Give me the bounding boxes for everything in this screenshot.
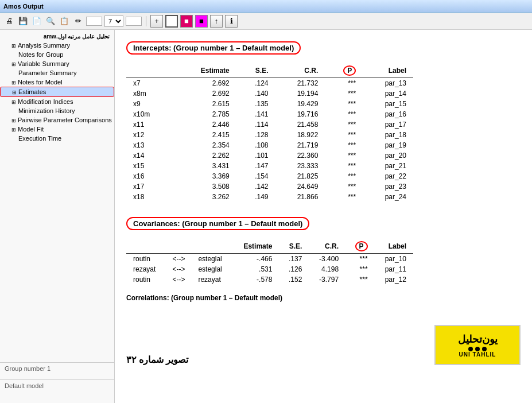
cell-estimate: 2.354 — [176, 140, 236, 150]
cell-estimate: 3.369 — [176, 171, 236, 181]
cell-arrow: <--> — [166, 274, 192, 285]
cell-estimate: 2.262 — [176, 150, 236, 161]
toolbar-icon-4[interactable]: 🔍 — [45, 16, 56, 27]
logo-dot-3 — [482, 347, 487, 351]
table-row: x7 2.692 .124 21.732 *** par_13 — [126, 78, 413, 89]
covariances-header: Covariances: (Group number 1 – Default m… — [126, 217, 309, 230]
cell-cr: 22.360 — [275, 150, 325, 161]
cell-estimate: 3.508 — [176, 181, 236, 192]
cell-p: *** — [325, 140, 363, 150]
cell-cr: 21.458 — [275, 119, 325, 130]
cov-col-from — [126, 239, 166, 254]
table-row: routin <--> rezayat -.578 .152 -3.797 **… — [126, 274, 413, 285]
cell-se: .149 — [236, 192, 275, 202]
cell-arrow: <--> — [166, 254, 192, 265]
table-row: x13 2.354 .108 21.719 *** par_19 — [126, 140, 413, 150]
table-row: x12 2.415 .128 18.922 *** par_18 — [126, 130, 413, 140]
intercepts-table: Estimate S.E. C.R. P Label x7 2.692 .124… — [126, 64, 413, 202]
cell-from: routin — [126, 274, 166, 285]
intercepts-header: Intercepts: (Group number 1 – Default mo… — [126, 41, 301, 55]
toolbar-icon-2[interactable]: 💾 — [17, 16, 29, 27]
cell-se: .147 — [236, 161, 275, 171]
cell-se: .135 — [236, 99, 275, 109]
tree-item-minimization-history[interactable]: Minimization History — [0, 106, 114, 115]
cell-label: par_19 — [363, 140, 413, 150]
cell-estimate: 3.431 — [176, 161, 236, 171]
tree-item-estimates[interactable]: ⊞Estimates — [0, 87, 114, 97]
toolbar-icon-3[interactable]: 📄 — [31, 16, 42, 27]
cell-p: *** — [325, 109, 363, 119]
cell-p: *** — [325, 192, 363, 202]
cell-label: par_12 — [375, 274, 413, 285]
cell-to: rezayat — [191, 274, 232, 285]
cell-cr: 21.732 — [275, 78, 325, 89]
toolbar-select1[interactable]: 7 — [104, 16, 123, 27]
table-row: x9 2.615 .135 19.429 *** par_15 — [126, 99, 413, 109]
title-bar: Amos Output — [0, 0, 532, 13]
logo-dot-2 — [475, 347, 480, 351]
toolbar-btn-rect1[interactable] — [165, 15, 178, 28]
cell-to: esteglal — [191, 254, 232, 265]
cell-estimate: 2.415 — [176, 130, 236, 140]
toolbar-num1[interactable]: 3 — [86, 17, 102, 26]
toolbar-btn-rect2[interactable]: ■ — [180, 15, 193, 28]
cell-name: x11 — [126, 119, 176, 130]
bottom-area: تصویر شماره ۳۲ یون‌تحلیل UNI TAHLIL — [126, 325, 521, 371]
cell-se: .142 — [236, 181, 275, 192]
cell-name: x12 — [126, 130, 176, 140]
tree-item-notes-for-model[interactable]: ⊞Notes for Model — [0, 78, 114, 87]
tree-item-modification-indices[interactable]: ⊞Modification Indices — [0, 97, 114, 106]
col-cr: C.R. — [275, 64, 325, 78]
cell-cr: 19.429 — [275, 99, 325, 109]
cell-estimate: 2.692 — [176, 88, 236, 99]
cell-se: .126 — [279, 264, 309, 274]
cell-estimate: .531 — [232, 264, 279, 274]
cell-p: *** — [325, 150, 363, 161]
tree-item-notes-for-group[interactable]: Notes for Group — [0, 50, 114, 59]
tree-item-parameter-summary[interactable]: Parameter Summary — [0, 68, 114, 78]
cell-cr: 21.866 — [275, 192, 325, 202]
toolbar-sep1 — [146, 16, 146, 26]
table-row: x17 3.508 .142 24.649 *** par_23 — [126, 181, 413, 192]
tree-item-variable-summary[interactable]: ⊞Variable Summary — [0, 59, 114, 68]
toolbar-icon-1[interactable]: 🖨 — [3, 16, 15, 27]
toolbar-icon-5[interactable]: 📋 — [59, 16, 70, 27]
toolbar-icon-pencil[interactable]: ✏ — [72, 16, 84, 27]
col-se: S.E. — [236, 64, 275, 78]
cell-se: .152 — [279, 274, 309, 285]
tree-item-model-fit[interactable]: ⊞Model Fit — [0, 125, 114, 134]
cell-cr: 18.922 — [275, 130, 325, 140]
cell-p: *** — [325, 181, 363, 192]
cell-estimate: 3.262 — [176, 192, 236, 202]
col-estimate: Estimate — [176, 64, 236, 78]
status-model: Default model — [0, 379, 114, 392]
cell-cr: 24.649 — [275, 181, 325, 192]
cov-col-to — [191, 239, 232, 254]
cell-p: *** — [345, 254, 375, 265]
col-name — [126, 64, 176, 78]
cell-name: x17 — [126, 181, 176, 192]
cell-p: *** — [345, 274, 375, 285]
cell-cr: 4.198 — [309, 264, 345, 274]
cell-p: *** — [325, 161, 363, 171]
cell-name: x9 — [126, 99, 176, 109]
toolbar-btn-up[interactable]: ↑ — [210, 15, 223, 28]
table-row: x14 2.262 .101 22.360 *** par_20 — [126, 150, 413, 161]
logo-english-text: UNI TAHLIL — [459, 351, 496, 358]
toolbar-btn-color1[interactable]: ■ — [195, 15, 208, 28]
cell-estimate: -.466 — [232, 254, 279, 265]
tree-item-pairwise[interactable]: ⊞Pairwise Parameter Comparisons — [0, 115, 114, 125]
cell-name: x18 — [126, 192, 176, 202]
col-p: P — [325, 64, 363, 78]
toolbar-btn-plus[interactable]: + — [150, 15, 163, 28]
tree-item-execution-time[interactable]: Execution Time — [0, 134, 114, 143]
toolbar-btn-info[interactable]: ℹ — [225, 15, 238, 28]
covariances-table: Estimate S.E. C.R. P Label routin <--> e… — [126, 239, 413, 285]
cell-se: .101 — [236, 150, 275, 161]
tree-item-arabic[interactable]: تحلیل عامل مرتبه اول.amw — [0, 32, 114, 41]
tree-item-analysis-summary[interactable]: ⊞Analysis Summary — [0, 41, 114, 50]
toolbar-num2[interactable]: 0 — [126, 17, 142, 26]
cell-cr: 19.716 — [275, 109, 325, 119]
cell-label: par_22 — [363, 171, 413, 181]
cov-col-p: P — [345, 239, 375, 254]
